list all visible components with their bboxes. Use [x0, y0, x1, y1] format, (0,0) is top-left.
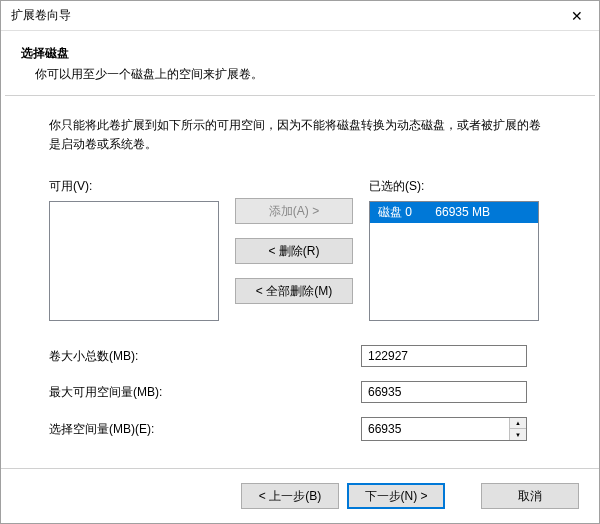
max-size-value: 66935 — [361, 381, 527, 403]
spin-down-button[interactable]: ▼ — [510, 429, 526, 440]
next-button[interactable]: 下一步(N) > — [347, 483, 445, 509]
available-listbox[interactable] — [49, 201, 219, 321]
transfer-buttons: 添加(A) > < 删除(R) < 全部删除(M) — [235, 178, 353, 304]
remove-button[interactable]: < 删除(R) — [235, 238, 353, 264]
content-area: 你只能将此卷扩展到如下所示的可用空间，因为不能将磁盘转换为动态磁盘，或者被扩展的… — [1, 96, 599, 468]
disk-selection-area: 可用(V): 添加(A) > < 删除(R) < 全部删除(M) 已选的(S): — [49, 178, 551, 321]
selected-section: 已选的(S): 磁盘 0 66935 MB — [369, 178, 539, 321]
wizard-footer: < 上一步(B) 下一步(N) > 取消 — [1, 468, 599, 523]
spinner-buttons: ▲ ▼ — [509, 418, 526, 440]
page-title: 选择磁盘 — [21, 45, 579, 62]
available-label: 可用(V): — [49, 178, 219, 195]
selected-label: 已选的(S): — [369, 178, 539, 195]
chevron-down-icon: ▼ — [515, 432, 521, 438]
select-size-spinner: ▲ ▼ — [361, 417, 527, 441]
select-size-input[interactable] — [362, 418, 509, 440]
total-size-label: 卷大小总数(MB): — [49, 348, 361, 365]
back-button[interactable]: < 上一步(B) — [241, 483, 339, 509]
total-size-row: 卷大小总数(MB): 122927 — [49, 345, 551, 367]
max-size-label: 最大可用空间量(MB): — [49, 384, 361, 401]
page-subtitle: 你可以用至少一个磁盘上的空间来扩展卷。 — [35, 66, 579, 83]
add-button[interactable]: 添加(A) > — [235, 198, 353, 224]
selected-listbox[interactable]: 磁盘 0 66935 MB — [369, 201, 539, 321]
close-button[interactable]: ✕ — [555, 1, 599, 31]
remove-all-button[interactable]: < 全部删除(M) — [235, 278, 353, 304]
titlebar: 扩展卷向导 ✕ — [1, 1, 599, 31]
cancel-button[interactable]: 取消 — [481, 483, 579, 509]
available-section: 可用(V): — [49, 178, 219, 321]
select-size-label: 选择空间量(MB)(E): — [49, 421, 361, 438]
spin-up-button[interactable]: ▲ — [510, 418, 526, 429]
select-size-row: 选择空间量(MB)(E): ▲ ▼ — [49, 417, 551, 441]
chevron-up-icon: ▲ — [515, 420, 521, 426]
total-size-value: 122927 — [361, 345, 527, 367]
window-title: 扩展卷向导 — [11, 7, 71, 24]
wizard-header: 选择磁盘 你可以用至少一个磁盘上的空间来扩展卷。 — [1, 31, 599, 95]
list-item[interactable]: 磁盘 0 66935 MB — [370, 202, 538, 223]
max-size-row: 最大可用空间量(MB): 66935 — [49, 381, 551, 403]
description-text: 你只能将此卷扩展到如下所示的可用空间，因为不能将磁盘转换为动态磁盘，或者被扩展的… — [49, 116, 551, 154]
size-fields: 卷大小总数(MB): 122927 最大可用空间量(MB): 66935 选择空… — [49, 345, 551, 441]
wizard-window: 扩展卷向导 ✕ 选择磁盘 你可以用至少一个磁盘上的空间来扩展卷。 你只能将此卷扩… — [0, 0, 600, 524]
close-icon: ✕ — [571, 8, 583, 24]
